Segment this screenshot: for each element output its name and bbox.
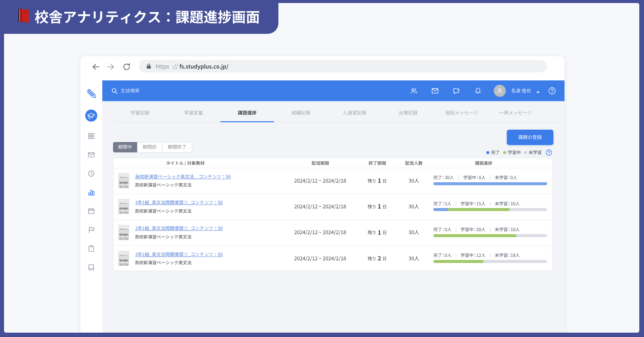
svg-text:VOL.1: VOL.1 bbox=[23, 11, 29, 13]
